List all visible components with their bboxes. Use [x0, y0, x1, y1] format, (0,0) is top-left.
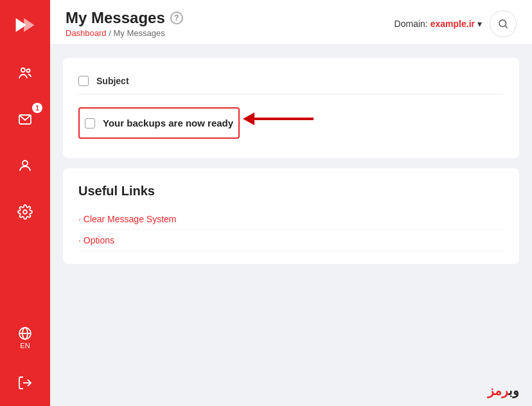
sidebar-item-settings[interactable] [0, 189, 50, 235]
breadcrumb-current: My Messages [113, 28, 164, 38]
useful-links-title: Useful Links [78, 184, 504, 199]
sidebar-item-users[interactable] [0, 50, 50, 96]
watermark-part1: وب [509, 384, 519, 398]
users-icon [17, 65, 33, 82]
svg-point-2 [21, 68, 25, 72]
gear-icon [17, 204, 33, 220]
useful-links-card: Useful Links · Clear Message System · Op… [63, 168, 519, 264]
search-button[interactable] [490, 10, 517, 37]
sidebar-item-language[interactable]: EN [17, 315, 33, 360]
messages-icon [17, 111, 33, 128]
sidebar: 1 EN [0, 0, 50, 406]
header-right: Domain: example.ir ▾ [395, 10, 517, 37]
breadcrumb: Dashboard / My Messages [66, 28, 183, 38]
select-all-checkbox[interactable] [78, 76, 89, 86]
row-checkbox[interactable] [85, 118, 95, 128]
list-item[interactable]: · Options [78, 230, 504, 251]
svg-point-3 [27, 69, 30, 73]
message-subject: Your backups are now ready [103, 118, 233, 128]
svg-line-12 [505, 26, 507, 28]
help-icon[interactable]: ? [170, 12, 183, 24]
header-left: My Messages ? Dashboard / My Messages [66, 9, 183, 38]
sidebar-logo[interactable] [0, 0, 50, 50]
chevron-down-icon: ▾ [477, 19, 482, 29]
domain-value: example.ir [430, 19, 475, 29]
person-icon [17, 157, 33, 174]
main-content: My Messages ? Dashboard / My Messages Do… [50, 0, 532, 406]
sidebar-item-profile[interactable] [0, 143, 50, 189]
subject-column-header: Subject [96, 76, 129, 86]
table-header: Subject [78, 71, 504, 94]
breadcrumb-separator: / [107, 28, 114, 38]
logout-icon [17, 375, 33, 391]
messages-badge: 1 [32, 103, 42, 113]
svg-marker-1 [24, 18, 34, 32]
svg-marker-14 [243, 112, 254, 125]
search-icon [497, 18, 509, 30]
language-label: EN [20, 342, 30, 349]
domain-selector[interactable]: Domain: example.ir ▾ [395, 19, 482, 29]
messages-card: Subject Your backups are now ready [63, 58, 519, 158]
table-row[interactable]: Your backups are now ready [78, 107, 240, 139]
watermark: وبرمز [488, 383, 519, 398]
svg-point-5 [22, 161, 28, 166]
breadcrumb-home[interactable]: Dashboard [66, 28, 107, 38]
page-title: My Messages ? [66, 9, 183, 27]
svg-point-6 [23, 210, 27, 214]
list-item[interactable]: · Clear Message System [78, 209, 504, 230]
sidebar-item-messages[interactable]: 1 [0, 96, 50, 143]
page-header: My Messages ? Dashboard / My Messages Do… [50, 0, 532, 45]
globe-icon [17, 325, 33, 342]
svg-point-11 [499, 20, 506, 27]
sidebar-item-logout[interactable] [0, 360, 50, 406]
watermark-part2: رمز [488, 384, 509, 398]
message-row-wrapper: Your backups are now ready [78, 101, 240, 139]
arrow-annotation [243, 107, 326, 133]
page-title-text: My Messages [66, 9, 165, 27]
content-area: Subject Your backups are now ready [50, 45, 532, 406]
domain-label: Domain: [395, 19, 428, 29]
